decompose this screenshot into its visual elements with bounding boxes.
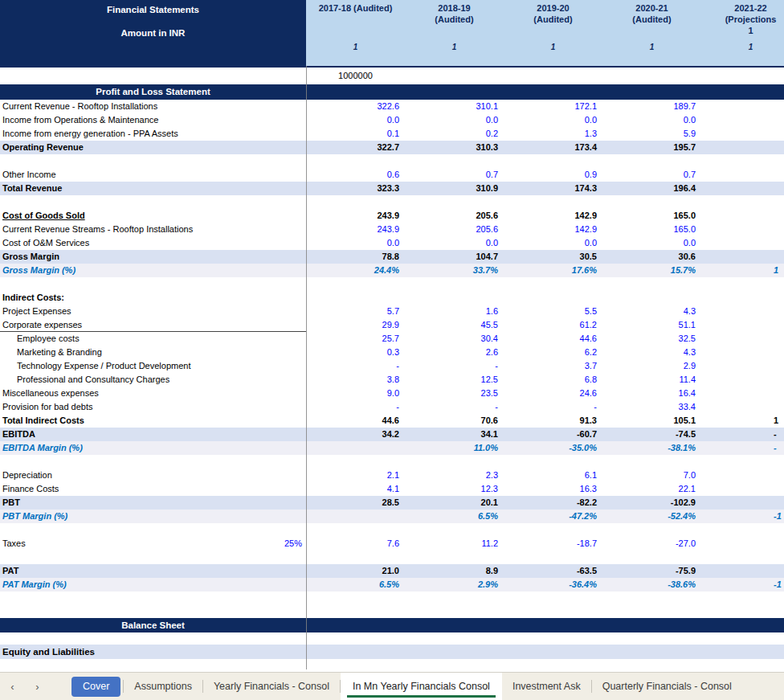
value-cell[interactable]: 33.4: [602, 400, 701, 414]
value-cell[interactable]: 30.6: [602, 250, 701, 264]
row-label-cell[interactable]: Gross Margin (%): [0, 264, 306, 277]
row-label-cell[interactable]: Income from Operations & Maintenance: [0, 113, 306, 127]
value-cell[interactable]: -75.9: [602, 564, 701, 578]
value-cell[interactable]: -38.1%: [602, 441, 701, 455]
value-cell[interactable]: -: [306, 400, 405, 414]
value-cell[interactable]: 0.1: [306, 127, 405, 141]
value-cell[interactable]: [701, 168, 784, 182]
row-label-cell[interactable]: Technology Expense / Product Development: [0, 359, 306, 373]
value-cell[interactable]: [701, 223, 784, 236]
value-cell[interactable]: 0.6: [306, 168, 405, 182]
row-label-cell[interactable]: Cost of Goods Sold: [0, 209, 306, 223]
value-cell[interactable]: 33.7%: [405, 264, 504, 277]
value-cell[interactable]: -38.6%: [602, 578, 701, 592]
value-cell[interactable]: 11.2: [405, 537, 504, 551]
value-cell[interactable]: 16.4: [602, 387, 701, 400]
scale-cell[interactable]: 1000000: [306, 68, 405, 84]
value-cell[interactable]: 44.6: [504, 332, 602, 346]
value-cell[interactable]: 4.3: [602, 346, 701, 359]
value-cell[interactable]: 12.5: [405, 373, 504, 387]
value-cell[interactable]: 2.9: [602, 359, 701, 373]
value-cell[interactable]: 142.9: [504, 223, 602, 236]
row-label-cell[interactable]: Employee costs: [0, 332, 306, 346]
value-cell[interactable]: 189.7: [602, 100, 701, 113]
value-cell[interactable]: -52.4%: [602, 510, 701, 523]
sheet-tab-assumptions[interactable]: Assumptions: [124, 673, 202, 700]
value-cell[interactable]: [701, 387, 784, 400]
value-cell[interactable]: 0.0: [602, 236, 701, 250]
value-cell[interactable]: -74.5: [602, 428, 701, 441]
value-cell[interactable]: 1: [701, 414, 784, 428]
value-cell[interactable]: 0.0: [602, 113, 701, 127]
row-label-cell[interactable]: Marketing & Branding: [0, 346, 306, 359]
value-cell[interactable]: 20.1: [405, 496, 504, 510]
value-cell[interactable]: [701, 236, 784, 250]
value-cell[interactable]: [306, 441, 405, 455]
value-cell[interactable]: 165.0: [602, 223, 701, 236]
value-cell[interactable]: 44.6: [306, 414, 405, 428]
value-cell[interactable]: 51.1: [602, 318, 701, 332]
value-cell[interactable]: 8.9: [405, 564, 504, 578]
value-cell[interactable]: 173.4: [504, 141, 602, 154]
value-cell[interactable]: 0.3: [306, 346, 405, 359]
row-label-cell[interactable]: Depreciation: [0, 469, 306, 482]
value-cell[interactable]: -1: [701, 510, 784, 523]
value-cell[interactable]: [701, 332, 784, 346]
value-cell[interactable]: -36.4%: [504, 578, 602, 592]
sheet-tab-in-mn-yearly-financials-consol[interactable]: In Mn Yearly Financials Consol: [341, 673, 502, 700]
value-cell[interactable]: 0.0: [405, 236, 504, 250]
value-cell[interactable]: 310.3: [405, 141, 504, 154]
sheet-nav-next-button[interactable]: ›: [25, 673, 50, 700]
sheet-tab-yearly-financials-consol[interactable]: Yearly Financials - Consol: [203, 673, 340, 700]
value-cell[interactable]: -63.5: [504, 564, 602, 578]
value-cell[interactable]: [701, 127, 784, 141]
row-label-cell[interactable]: Current Revenue Streams - Rooftop Instal…: [0, 223, 306, 236]
value-cell[interactable]: 30.5: [504, 250, 602, 264]
value-cell[interactable]: [701, 141, 784, 154]
value-cell[interactable]: 6.8: [504, 373, 602, 387]
value-cell[interactable]: 25.7: [306, 332, 405, 346]
value-cell[interactable]: 29.9: [306, 318, 405, 332]
value-cell[interactable]: -18.7: [504, 537, 602, 551]
row-label-cell[interactable]: Miscellaneous expenses: [0, 387, 306, 400]
value-cell[interactable]: [701, 564, 784, 578]
row-label-cell[interactable]: Total Revenue: [0, 182, 306, 195]
value-cell[interactable]: [701, 182, 784, 195]
value-cell[interactable]: 322.6: [306, 100, 405, 113]
row-label-cell[interactable]: Finance Costs: [0, 482, 306, 496]
value-cell[interactable]: 0.9: [504, 168, 602, 182]
value-cell[interactable]: 4.3: [602, 305, 701, 318]
row-label-cell[interactable]: Project Expenses: [0, 305, 306, 318]
value-cell[interactable]: 2.9%: [405, 578, 504, 592]
value-cell[interactable]: -: [405, 400, 504, 414]
value-cell[interactable]: 104.7: [405, 250, 504, 264]
value-cell[interactable]: 34.1: [405, 428, 504, 441]
value-cell[interactable]: 78.8: [306, 250, 405, 264]
value-cell[interactable]: [306, 510, 405, 523]
value-cell[interactable]: 0.0: [306, 113, 405, 127]
value-cell[interactable]: 205.6: [405, 209, 504, 223]
value-cell[interactable]: 0.0: [504, 236, 602, 250]
value-cell[interactable]: 0.0: [504, 113, 602, 127]
value-cell[interactable]: -: [306, 359, 405, 373]
value-cell[interactable]: 7.0: [602, 469, 701, 482]
value-cell[interactable]: [405, 291, 504, 305]
value-cell[interactable]: 243.9: [306, 209, 405, 223]
value-cell[interactable]: 0.0: [405, 113, 504, 127]
value-cell[interactable]: [701, 496, 784, 510]
value-cell[interactable]: [504, 291, 602, 305]
column-header[interactable]: 2020-21(Audited)1: [602, 0, 701, 66]
value-cell[interactable]: [701, 537, 784, 551]
value-cell[interactable]: 205.6: [405, 223, 504, 236]
value-cell[interactable]: -: [701, 441, 784, 455]
value-cell[interactable]: -47.2%: [504, 510, 602, 523]
value-cell[interactable]: 24.4%: [306, 264, 405, 277]
value-cell[interactable]: 172.1: [504, 100, 602, 113]
value-cell[interactable]: [701, 400, 784, 414]
value-cell[interactable]: 34.2: [306, 428, 405, 441]
row-rate-value[interactable]: 25%: [284, 537, 306, 551]
value-cell[interactable]: [602, 291, 701, 305]
value-cell[interactable]: 6.2: [504, 346, 602, 359]
value-cell[interactable]: 5.5: [504, 305, 602, 318]
row-label-cell[interactable]: PBT Margin (%): [0, 510, 306, 523]
